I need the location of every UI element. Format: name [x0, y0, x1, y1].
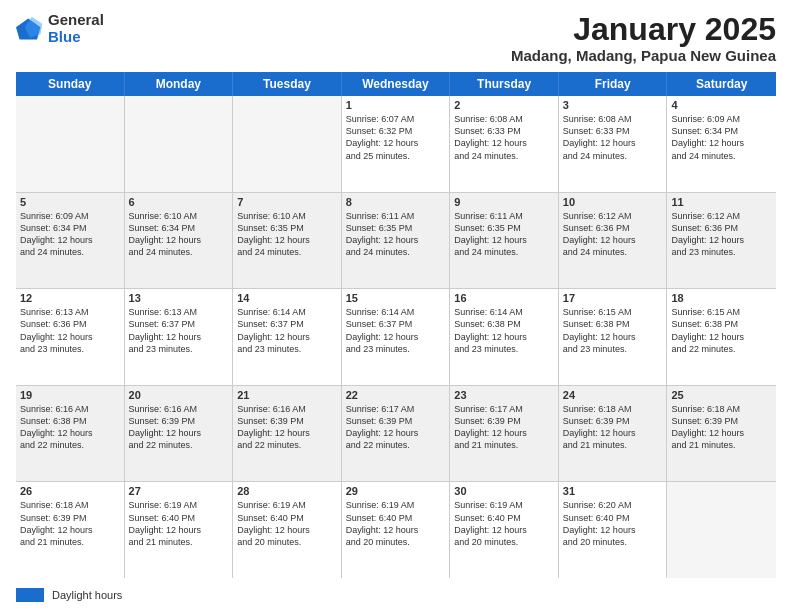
- day-number: 27: [129, 485, 229, 497]
- week-row-3: 19Sunrise: 6:16 AM Sunset: 6:38 PM Dayli…: [16, 386, 776, 483]
- title-month: January 2025: [511, 12, 776, 47]
- cal-cell: 7Sunrise: 6:10 AM Sunset: 6:35 PM Daylig…: [233, 193, 342, 289]
- cal-cell: 26Sunrise: 6:18 AM Sunset: 6:39 PM Dayli…: [16, 482, 125, 578]
- day-number: 12: [20, 292, 120, 304]
- day-info: Sunrise: 6:09 AM Sunset: 6:34 PM Dayligh…: [20, 210, 120, 259]
- day-number: 26: [20, 485, 120, 497]
- day-info: Sunrise: 6:12 AM Sunset: 6:36 PM Dayligh…: [671, 210, 772, 259]
- daylight-swatch: [16, 588, 44, 602]
- header-day-saturday: Saturday: [667, 72, 776, 96]
- day-number: 16: [454, 292, 554, 304]
- week-row-4: 26Sunrise: 6:18 AM Sunset: 6:39 PM Dayli…: [16, 482, 776, 578]
- cal-cell: [16, 96, 125, 192]
- day-info: Sunrise: 6:19 AM Sunset: 6:40 PM Dayligh…: [129, 499, 229, 548]
- day-number: 4: [671, 99, 772, 111]
- cal-cell: 14Sunrise: 6:14 AM Sunset: 6:37 PM Dayli…: [233, 289, 342, 385]
- day-info: Sunrise: 6:13 AM Sunset: 6:37 PM Dayligh…: [129, 306, 229, 355]
- day-info: Sunrise: 6:18 AM Sunset: 6:39 PM Dayligh…: [671, 403, 772, 452]
- week-row-2: 12Sunrise: 6:13 AM Sunset: 6:36 PM Dayli…: [16, 289, 776, 386]
- page: General Blue January 2025 Madang, Madang…: [0, 0, 792, 612]
- cal-cell: 19Sunrise: 6:16 AM Sunset: 6:38 PM Dayli…: [16, 386, 125, 482]
- cal-cell: 31Sunrise: 6:20 AM Sunset: 6:40 PM Dayli…: [559, 482, 668, 578]
- header-day-wednesday: Wednesday: [342, 72, 451, 96]
- day-number: 13: [129, 292, 229, 304]
- week-row-0: 1Sunrise: 6:07 AM Sunset: 6:32 PM Daylig…: [16, 96, 776, 193]
- day-info: Sunrise: 6:08 AM Sunset: 6:33 PM Dayligh…: [454, 113, 554, 162]
- cal-cell: [125, 96, 234, 192]
- day-info: Sunrise: 6:11 AM Sunset: 6:35 PM Dayligh…: [346, 210, 446, 259]
- day-info: Sunrise: 6:12 AM Sunset: 6:36 PM Dayligh…: [563, 210, 663, 259]
- title-block: January 2025 Madang, Madang, Papua New G…: [511, 12, 776, 64]
- day-info: Sunrise: 6:08 AM Sunset: 6:33 PM Dayligh…: [563, 113, 663, 162]
- header-day-sunday: Sunday: [16, 72, 125, 96]
- day-number: 8: [346, 196, 446, 208]
- header-day-monday: Monday: [125, 72, 234, 96]
- day-number: 20: [129, 389, 229, 401]
- cal-cell: 3Sunrise: 6:08 AM Sunset: 6:33 PM Daylig…: [559, 96, 668, 192]
- day-info: Sunrise: 6:10 AM Sunset: 6:34 PM Dayligh…: [129, 210, 229, 259]
- day-info: Sunrise: 6:15 AM Sunset: 6:38 PM Dayligh…: [563, 306, 663, 355]
- cal-cell: 24Sunrise: 6:18 AM Sunset: 6:39 PM Dayli…: [559, 386, 668, 482]
- day-info: Sunrise: 6:09 AM Sunset: 6:34 PM Dayligh…: [671, 113, 772, 162]
- footer-label: Daylight hours: [52, 589, 122, 601]
- day-info: Sunrise: 6:11 AM Sunset: 6:35 PM Dayligh…: [454, 210, 554, 259]
- logo-blue-label: Blue: [48, 29, 104, 46]
- day-info: Sunrise: 6:16 AM Sunset: 6:39 PM Dayligh…: [237, 403, 337, 452]
- day-info: Sunrise: 6:13 AM Sunset: 6:36 PM Dayligh…: [20, 306, 120, 355]
- day-info: Sunrise: 6:14 AM Sunset: 6:37 PM Dayligh…: [237, 306, 337, 355]
- day-info: Sunrise: 6:17 AM Sunset: 6:39 PM Dayligh…: [346, 403, 446, 452]
- calendar-body: 1Sunrise: 6:07 AM Sunset: 6:32 PM Daylig…: [16, 96, 776, 578]
- cal-cell: 10Sunrise: 6:12 AM Sunset: 6:36 PM Dayli…: [559, 193, 668, 289]
- day-info: Sunrise: 6:20 AM Sunset: 6:40 PM Dayligh…: [563, 499, 663, 548]
- day-info: Sunrise: 6:16 AM Sunset: 6:39 PM Dayligh…: [129, 403, 229, 452]
- day-info: Sunrise: 6:10 AM Sunset: 6:35 PM Dayligh…: [237, 210, 337, 259]
- header: General Blue January 2025 Madang, Madang…: [16, 12, 776, 64]
- calendar: SundayMondayTuesdayWednesdayThursdayFrid…: [16, 72, 776, 578]
- logo-text: General Blue: [48, 12, 104, 45]
- calendar-header: SundayMondayTuesdayWednesdayThursdayFrid…: [16, 72, 776, 96]
- day-info: Sunrise: 6:18 AM Sunset: 6:39 PM Dayligh…: [563, 403, 663, 452]
- cal-cell: 30Sunrise: 6:19 AM Sunset: 6:40 PM Dayli…: [450, 482, 559, 578]
- cal-cell: 13Sunrise: 6:13 AM Sunset: 6:37 PM Dayli…: [125, 289, 234, 385]
- day-number: 30: [454, 485, 554, 497]
- week-row-1: 5Sunrise: 6:09 AM Sunset: 6:34 PM Daylig…: [16, 193, 776, 290]
- day-number: 5: [20, 196, 120, 208]
- day-info: Sunrise: 6:19 AM Sunset: 6:40 PM Dayligh…: [454, 499, 554, 548]
- cal-cell: 25Sunrise: 6:18 AM Sunset: 6:39 PM Dayli…: [667, 386, 776, 482]
- day-info: Sunrise: 6:19 AM Sunset: 6:40 PM Dayligh…: [346, 499, 446, 548]
- day-number: 10: [563, 196, 663, 208]
- day-info: Sunrise: 6:16 AM Sunset: 6:38 PM Dayligh…: [20, 403, 120, 452]
- header-day-friday: Friday: [559, 72, 668, 96]
- cal-cell: 12Sunrise: 6:13 AM Sunset: 6:36 PM Dayli…: [16, 289, 125, 385]
- cal-cell: [667, 482, 776, 578]
- cal-cell: 11Sunrise: 6:12 AM Sunset: 6:36 PM Dayli…: [667, 193, 776, 289]
- header-day-thursday: Thursday: [450, 72, 559, 96]
- cal-cell: 9Sunrise: 6:11 AM Sunset: 6:35 PM Daylig…: [450, 193, 559, 289]
- day-number: 18: [671, 292, 772, 304]
- day-info: Sunrise: 6:17 AM Sunset: 6:39 PM Dayligh…: [454, 403, 554, 452]
- cal-cell: 1Sunrise: 6:07 AM Sunset: 6:32 PM Daylig…: [342, 96, 451, 192]
- day-number: 9: [454, 196, 554, 208]
- cal-cell: 27Sunrise: 6:19 AM Sunset: 6:40 PM Dayli…: [125, 482, 234, 578]
- day-number: 3: [563, 99, 663, 111]
- cal-cell: 2Sunrise: 6:08 AM Sunset: 6:33 PM Daylig…: [450, 96, 559, 192]
- cal-cell: 21Sunrise: 6:16 AM Sunset: 6:39 PM Dayli…: [233, 386, 342, 482]
- cal-cell: 23Sunrise: 6:17 AM Sunset: 6:39 PM Dayli…: [450, 386, 559, 482]
- cal-cell: 17Sunrise: 6:15 AM Sunset: 6:38 PM Dayli…: [559, 289, 668, 385]
- footer: Daylight hours: [16, 584, 776, 602]
- logo-icon: [16, 15, 44, 43]
- day-number: 2: [454, 99, 554, 111]
- cal-cell: 20Sunrise: 6:16 AM Sunset: 6:39 PM Dayli…: [125, 386, 234, 482]
- day-info: Sunrise: 6:19 AM Sunset: 6:40 PM Dayligh…: [237, 499, 337, 548]
- cal-cell: 18Sunrise: 6:15 AM Sunset: 6:38 PM Dayli…: [667, 289, 776, 385]
- day-number: 21: [237, 389, 337, 401]
- day-number: 1: [346, 99, 446, 111]
- day-info: Sunrise: 6:14 AM Sunset: 6:37 PM Dayligh…: [346, 306, 446, 355]
- logo-general-label: General: [48, 12, 104, 29]
- cal-cell: 15Sunrise: 6:14 AM Sunset: 6:37 PM Dayli…: [342, 289, 451, 385]
- day-number: 14: [237, 292, 337, 304]
- cal-cell: 8Sunrise: 6:11 AM Sunset: 6:35 PM Daylig…: [342, 193, 451, 289]
- day-number: 25: [671, 389, 772, 401]
- header-day-tuesday: Tuesday: [233, 72, 342, 96]
- cal-cell: 28Sunrise: 6:19 AM Sunset: 6:40 PM Dayli…: [233, 482, 342, 578]
